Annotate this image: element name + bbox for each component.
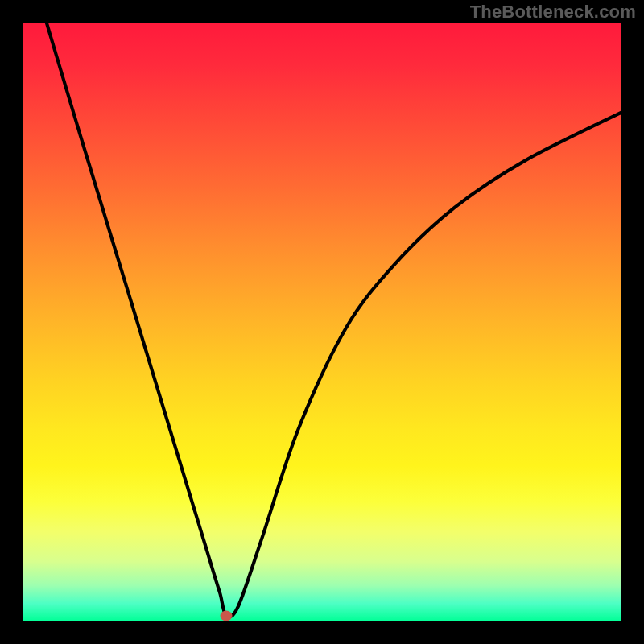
bottleneck-curve <box>23 23 621 621</box>
plot-area <box>23 23 621 621</box>
watermark-text: TheBottleneck.com <box>470 2 636 23</box>
chart-frame: TheBottleneck.com <box>0 0 644 644</box>
minimum-marker-dot <box>220 610 232 621</box>
curve-path <box>47 23 621 617</box>
